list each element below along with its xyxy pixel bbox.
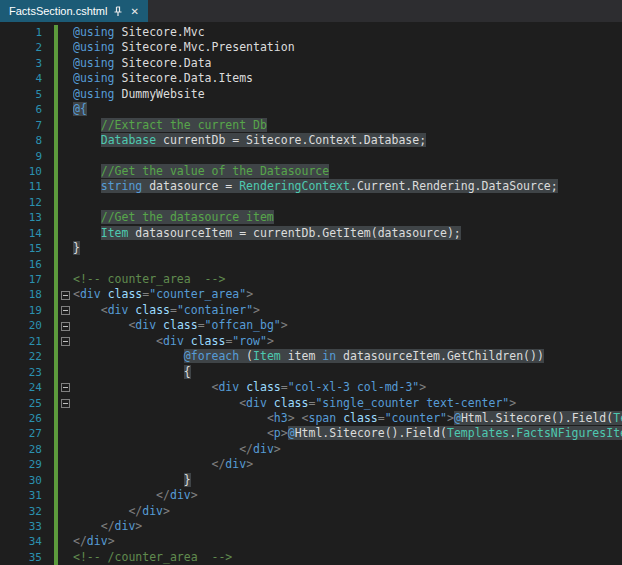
code-text: </div> <box>73 534 622 549</box>
close-icon[interactable]: ✕ <box>129 6 139 17</box>
line-number: 6 <box>0 102 54 117</box>
code-line[interactable]: 15} <box>0 241 622 256</box>
code-line[interactable]: 18<div class="counter_area"> <box>0 287 622 302</box>
code-text: string datasource = RenderingContext.Cur… <box>73 179 622 194</box>
code-text: <div class="counter_area"> <box>73 287 622 302</box>
fold-collapse-icon[interactable] <box>61 306 70 315</box>
fold-margin <box>58 550 73 565</box>
fold-collapse-icon[interactable] <box>61 337 70 346</box>
line-number: 22 <box>0 349 54 364</box>
line-number: 32 <box>0 504 54 519</box>
code-text: @using DummyWebsite <box>73 87 622 102</box>
line-number: 11 <box>0 179 54 194</box>
code-text: <div class="single_counter text-center"> <box>73 396 622 411</box>
fold-collapse-icon[interactable] <box>61 322 70 331</box>
code-text: @{ <box>73 102 622 117</box>
code-text: </div> <box>73 457 622 472</box>
fold-margin <box>58 71 73 86</box>
code-line[interactable]: 28 </div> <box>0 442 622 457</box>
fold-margin <box>58 303 73 318</box>
code-line[interactable]: 13 //Get the datasource item <box>0 210 622 225</box>
code-text: } <box>73 473 622 488</box>
fold-margin <box>58 534 73 549</box>
code-line[interactable]: 33 </div> <box>0 519 622 534</box>
code-line[interactable]: 8 Database currentDb = Sitecore.Context.… <box>0 133 622 148</box>
code-text: <div class="container"> <box>73 303 622 318</box>
line-number: 16 <box>0 257 54 272</box>
fold-margin <box>58 442 73 457</box>
line-number: 10 <box>0 164 54 179</box>
line-number: 13 <box>0 210 54 225</box>
fold-margin <box>58 133 73 148</box>
code-line[interactable]: 20 <div class="offcan_bg"> <box>0 318 622 333</box>
code-text: @using Sitecore.Data.Items <box>73 71 622 86</box>
fold-margin <box>58 380 73 395</box>
line-number: 17 <box>0 272 54 287</box>
line-number: 1 <box>0 25 54 40</box>
code-line[interactable]: 23 { <box>0 365 622 380</box>
pin-icon[interactable] <box>113 6 123 17</box>
code-line[interactable]: 21 <div class="row"> <box>0 334 622 349</box>
code-text: <h3> <span class="counter">@Html.Sitecor… <box>73 411 622 426</box>
code-text: @using Sitecore.Data <box>73 56 622 71</box>
code-line[interactable]: 17<!-- counter_area --> <box>0 272 622 287</box>
fold-margin <box>58 504 73 519</box>
code-line[interactable]: 11 string datasource = RenderingContext.… <box>0 179 622 194</box>
fold-margin <box>58 241 73 256</box>
line-number: 34 <box>0 534 54 549</box>
fold-margin <box>58 25 73 40</box>
fold-margin <box>58 334 73 349</box>
line-number: 3 <box>0 56 54 71</box>
code-text: //Get the datasource item <box>73 210 622 225</box>
code-line[interactable]: 5@using DummyWebsite <box>0 87 622 102</box>
code-text: @using Sitecore.Mvc <box>73 25 622 40</box>
code-text: <div class="row"> <box>73 334 622 349</box>
line-number: 26 <box>0 411 54 426</box>
fold-margin <box>58 349 73 364</box>
code-line[interactable]: 7 //Extract the current Db <box>0 118 622 133</box>
code-line[interactable]: 31 </div> <box>0 488 622 503</box>
code-line[interactable]: 4@using Sitecore.Data.Items <box>0 71 622 86</box>
code-line[interactable]: 29 </div> <box>0 457 622 472</box>
code-line[interactable]: 22 @foreach (Item item in datasourceItem… <box>0 349 622 364</box>
code-line[interactable]: 10 //Get the value of the Datasource <box>0 164 622 179</box>
code-line[interactable]: 19 <div class="container"> <box>0 303 622 318</box>
code-line[interactable]: 24 <div class="col-xl-3 col-md-3"> <box>0 380 622 395</box>
fold-margin <box>58 488 73 503</box>
code-text: <div class="col-xl-3 col-md-3"> <box>73 380 622 395</box>
code-editor[interactable]: 1@using Sitecore.Mvc2@using Sitecore.Mvc… <box>0 22 622 565</box>
code-line[interactable]: 25 <div class="single_counter text-cente… <box>0 396 622 411</box>
code-line[interactable]: 12 <box>0 195 622 210</box>
code-text: { <box>73 365 622 380</box>
fold-collapse-icon[interactable] <box>61 399 70 408</box>
code-line[interactable]: 27 <p>@Html.Sitecore().Field(Templates.F… <box>0 426 622 441</box>
line-number: 24 <box>0 380 54 395</box>
code-line[interactable]: 34</div> <box>0 534 622 549</box>
code-line[interactable]: 32 </div> <box>0 504 622 519</box>
code-text: </div> <box>73 488 622 503</box>
code-text: Item datasourceItem = currentDb.GetItem(… <box>73 226 622 241</box>
code-line[interactable]: 2@using Sitecore.Mvc.Presentation <box>0 40 622 55</box>
fold-margin <box>58 272 73 287</box>
fold-margin <box>58 457 73 472</box>
line-number: 19 <box>0 303 54 318</box>
code-line[interactable]: 6@{ <box>0 102 622 117</box>
tab-bar: FactsSection.cshtml ✕ <box>0 0 622 22</box>
code-line[interactable]: 9 <box>0 149 622 164</box>
line-number: 18 <box>0 287 54 302</box>
fold-collapse-icon[interactable] <box>61 291 70 300</box>
code-text: @using Sitecore.Mvc.Presentation <box>73 40 622 55</box>
code-text <box>73 195 622 210</box>
code-line[interactable]: 14 Item datasourceItem = currentDb.GetIt… <box>0 226 622 241</box>
code-line[interactable]: 1@using Sitecore.Mvc <box>0 25 622 40</box>
code-line[interactable]: 16 <box>0 257 622 272</box>
tab-factssection-cshtml[interactable]: FactsSection.cshtml ✕ <box>0 0 148 22</box>
code-line[interactable]: 35<!-- /counter_area --> <box>0 550 622 565</box>
fold-margin <box>58 179 73 194</box>
code-line[interactable]: 26 <h3> <span class="counter">@Html.Site… <box>0 411 622 426</box>
fold-collapse-icon[interactable] <box>61 383 70 392</box>
fold-margin <box>58 411 73 426</box>
code-line[interactable]: 30 } <box>0 473 622 488</box>
code-line[interactable]: 3@using Sitecore.Data <box>0 56 622 71</box>
code-text: <p>@Html.Sitecore().Field(Templates.Fact… <box>73 426 622 441</box>
